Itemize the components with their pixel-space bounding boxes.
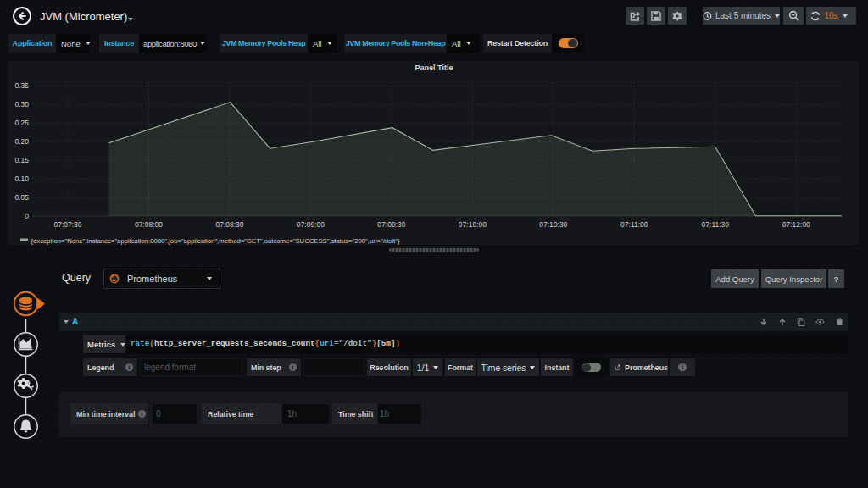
svg-text:0: 0 bbox=[25, 212, 29, 220]
svg-text:07:08:30: 07:08:30 bbox=[215, 220, 243, 229]
svg-text:07:12:00: 07:12:00 bbox=[782, 220, 810, 229]
svg-text:07:11:00: 07:11:00 bbox=[620, 220, 648, 229]
svg-text:07:09:00: 07:09:00 bbox=[297, 220, 325, 229]
svg-text:07:09:30: 07:09:30 bbox=[377, 220, 405, 229]
svg-text:0.35: 0.35 bbox=[14, 81, 29, 90]
svg-text:07:10:00: 07:10:00 bbox=[459, 220, 487, 229]
svg-text:07:08:00: 07:08:00 bbox=[135, 220, 163, 229]
svg-text:0.20: 0.20 bbox=[14, 137, 29, 146]
svg-text:0.05: 0.05 bbox=[14, 193, 29, 202]
svg-text:{exception="None",instance="ap: {exception="None",instance="application:… bbox=[31, 237, 400, 245]
svg-text:07:10:30: 07:10:30 bbox=[539, 220, 567, 229]
svg-text:0.10: 0.10 bbox=[14, 175, 29, 183]
svg-text:07:07:30: 07:07:30 bbox=[53, 220, 81, 229]
svg-text:0.30: 0.30 bbox=[14, 100, 29, 108]
svg-text:07:11:30: 07:11:30 bbox=[702, 220, 730, 229]
svg-text:0.15: 0.15 bbox=[14, 156, 29, 164]
svg-text:0.25: 0.25 bbox=[14, 119, 29, 127]
